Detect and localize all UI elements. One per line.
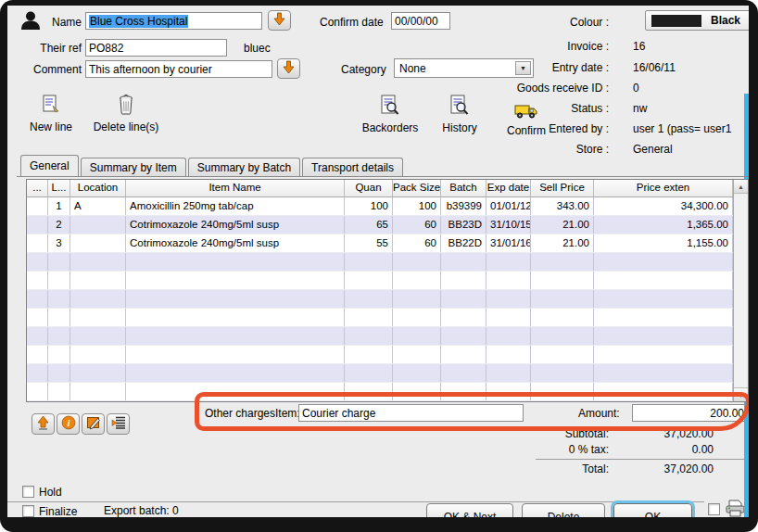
comment-edit-button[interactable]	[277, 58, 300, 79]
column-header[interactable]: Sell Price	[531, 180, 594, 196]
column-header[interactable]: Location	[70, 180, 126, 196]
category-select[interactable]: None ▼	[394, 58, 534, 78]
cell: 60	[393, 234, 441, 252]
cell	[345, 327, 393, 345]
column-header[interactable]: Item Name	[126, 180, 345, 196]
table-row-empty[interactable]	[27, 309, 748, 327]
column-header[interactable]: Pack Size	[393, 180, 441, 196]
tab-summary-by-item[interactable]: Summary by Item	[81, 158, 186, 176]
colour-label: Colour :	[570, 16, 609, 29]
total-value: 37,020.00	[664, 462, 714, 475]
cell	[27, 327, 48, 345]
cell	[48, 401, 70, 402]
entered-by-label: Entered by :	[549, 122, 609, 135]
cell	[594, 364, 733, 382]
cell	[48, 364, 70, 382]
transfer-button[interactable]	[32, 413, 55, 435]
table-row[interactable]: 3 Cotrimoxazole 240mg/5ml susp 55 60 BB2…	[27, 234, 748, 253]
colour-picker[interactable]: Black	[645, 10, 749, 31]
tab-panel-border	[17, 176, 749, 177]
other-charges-amount-input[interactable]: 200.00	[632, 404, 748, 422]
cell	[486, 346, 531, 363]
tab-transport-details[interactable]: Transport details	[302, 158, 403, 176]
cell: Cotrimoxazole 240mg/5ml susp	[126, 234, 345, 252]
table-row-empty[interactable]	[27, 401, 748, 402]
cell	[126, 383, 345, 400]
invoice-label: Invoice :	[567, 40, 609, 53]
info-button[interactable]: i	[57, 413, 80, 435]
cell	[48, 309, 70, 326]
table-row[interactable]: 2 Cotrimoxazole 240mg/5ml susp 65 60 BB2…	[27, 216, 748, 234]
subtotal-label: Subtotal:	[565, 427, 609, 440]
tab-summary-by-batch[interactable]: Summary by Batch	[188, 158, 300, 176]
history-icon	[449, 95, 470, 120]
confirm-button[interactable]: Confirm	[497, 97, 556, 137]
delete-button[interactable]: Delete	[522, 503, 605, 517]
table-row-empty[interactable]	[27, 290, 748, 309]
cell	[48, 346, 70, 363]
cell	[27, 272, 48, 289]
name-input-value: Blue Cross Hospital	[89, 15, 188, 28]
table-row-empty[interactable]	[27, 327, 748, 346]
finalize-checkbox[interactable]	[22, 505, 34, 517]
column-header[interactable]: Price exten	[594, 180, 733, 196]
table-row-empty[interactable]	[27, 346, 748, 364]
table-row-empty[interactable]	[27, 364, 748, 383]
cell: 31/10/15	[486, 216, 531, 234]
cell: 34,300.00	[594, 197, 733, 215]
table-row[interactable]: 1 A Amoxicillin 250mg tab/cap 100 100 b3…	[27, 197, 748, 216]
tab-bar: General Summary by Item Summary by Batch…	[20, 156, 405, 176]
new-line-label: New line	[19, 120, 83, 133]
comment-dropdown-arrow-icon	[283, 60, 295, 77]
their-ref-input[interactable]: PO882	[85, 39, 227, 57]
column-header[interactable]: Batch	[441, 180, 486, 196]
name-lookup-button[interactable]	[268, 10, 291, 31]
their-ref-label: Their ref	[17, 42, 82, 55]
print-checkbox[interactable]	[708, 503, 720, 515]
table-scrollbar[interactable]: ▲ ▼	[733, 180, 748, 401]
subtotal-value: 37,020.00	[664, 427, 714, 440]
combo-arrow-icon[interactable]: ▼	[515, 61, 531, 75]
column-header[interactable]: ...	[27, 180, 48, 196]
scroll-up-icon[interactable]: ▲	[734, 180, 748, 194]
confirm-label: Confirm	[497, 124, 556, 137]
ok-next-button[interactable]: OK & Next	[426, 503, 513, 517]
cell	[531, 364, 594, 382]
table-row-empty[interactable]	[27, 272, 748, 290]
finalize-label: Finalize	[39, 505, 77, 517]
cell	[27, 309, 48, 326]
confirm-date-input[interactable]: 00/00/00	[391, 12, 450, 30]
column-header[interactable]: L...	[48, 180, 70, 196]
table-row-empty[interactable]	[27, 383, 748, 401]
table-row-empty[interactable]	[27, 253, 748, 272]
store-value: General	[633, 143, 673, 156]
cell	[126, 364, 345, 382]
cell	[486, 364, 531, 382]
ok-button[interactable]: OK	[613, 503, 692, 517]
hold-checkbox[interactable]	[22, 486, 34, 498]
tab-general[interactable]: General	[20, 155, 79, 176]
history-button[interactable]: History	[426, 95, 493, 134]
invoice-window: Name Blue Cross Hospital Confirm date 00…	[0, 0, 758, 532]
edit-note-button[interactable]	[82, 413, 105, 435]
cell	[441, 364, 486, 382]
cell	[126, 401, 345, 402]
cell	[594, 290, 733, 308]
delete-lines-button[interactable]: Delete line(s)	[85, 94, 167, 133]
other-charges-item-input[interactable]: Courier charge	[298, 404, 524, 422]
comment-value: This afternoon by courier	[89, 63, 212, 76]
cell: BB22D	[441, 234, 486, 252]
new-line-button[interactable]: New line	[19, 94, 83, 133]
cell: BB23D	[441, 216, 486, 234]
scroll-down-icon[interactable]: ▼	[734, 387, 748, 401]
cell	[393, 309, 441, 326]
column-header[interactable]: Quan	[345, 180, 393, 196]
backorders-button[interactable]: Backorders	[350, 95, 430, 134]
column-header[interactable]: Exp date	[486, 180, 531, 196]
comment-input[interactable]: This afternoon by courier	[85, 60, 272, 78]
invoice-value: 16	[633, 40, 645, 53]
name-input[interactable]: Blue Cross Hospital	[85, 12, 262, 30]
export-lines-button[interactable]	[107, 413, 130, 435]
cell	[48, 327, 70, 345]
cell: 65	[345, 216, 393, 234]
